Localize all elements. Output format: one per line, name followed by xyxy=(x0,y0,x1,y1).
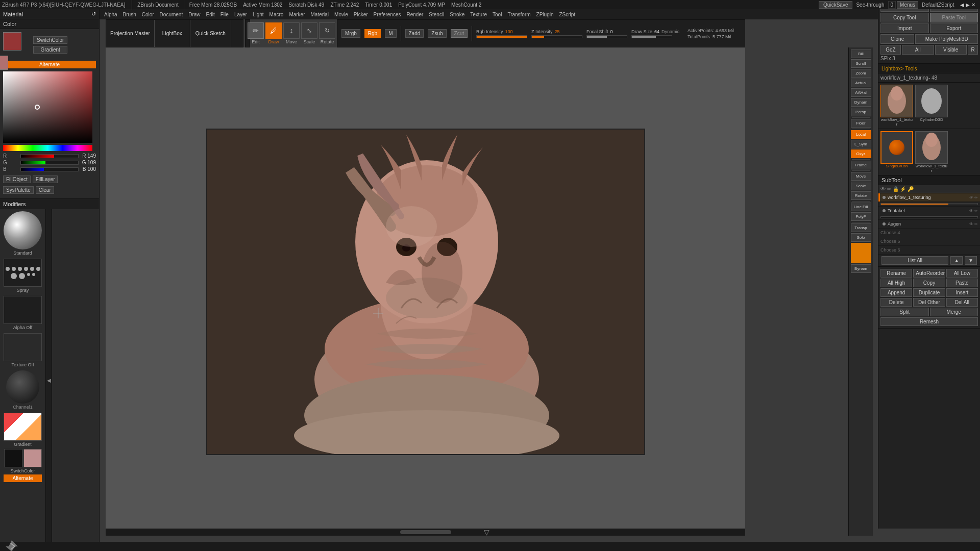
menu-picker[interactable]: Picker xyxy=(351,11,371,18)
menu-zplugin[interactable]: ZPlugin xyxy=(534,11,556,18)
menu-movie[interactable]: Movie xyxy=(332,11,351,18)
menu-zscript[interactable]: ZScript xyxy=(557,11,578,18)
aahal-btn[interactable]: AAHal xyxy=(851,88,871,97)
brush-preview[interactable] xyxy=(4,211,42,249)
quicksave-btn[interactable]: QuickSave xyxy=(819,1,852,9)
visible-btn[interactable]: Visible xyxy=(935,45,967,55)
b-slider[interactable] xyxy=(20,167,79,171)
switchcolor-btn[interactable]: SwitchColor xyxy=(33,36,67,44)
seethrough-val[interactable]: 0 xyxy=(888,1,896,9)
autoreorder-btn[interactable]: AutoReorder xyxy=(913,269,945,278)
subtool-item-3[interactable]: Augen 👁 ✏ xyxy=(878,220,980,229)
brush-sphere[interactable] xyxy=(6,370,39,404)
menus-btn[interactable]: Menus xyxy=(897,1,918,9)
menu-document[interactable]: ZBrush Document xyxy=(135,2,181,8)
subtool-item-6[interactable]: Choose 6 xyxy=(878,246,980,255)
scale-rn-btn[interactable]: Scale xyxy=(851,182,871,190)
menu-alpha[interactable]: Alpha xyxy=(102,11,120,18)
zoom-btn[interactable]: Zoom xyxy=(851,69,871,78)
paste-btn[interactable]: Paste xyxy=(946,279,978,287)
fill-object-btn[interactable]: FillObject xyxy=(3,176,31,183)
gradient-btn[interactable]: Gradient xyxy=(33,46,67,54)
lsym-btn[interactable]: L_Sym xyxy=(851,140,871,148)
thumb-img-1[interactable] xyxy=(880,85,913,117)
menu-texture[interactable]: Texture xyxy=(468,11,489,18)
del-all-btn[interactable]: Del All xyxy=(946,298,978,307)
sw-pink[interactable] xyxy=(23,449,42,467)
menu-brush[interactable]: Brush xyxy=(120,11,139,18)
scroll-btn[interactable]: Scroll xyxy=(851,59,871,68)
menu-color[interactable]: Color xyxy=(139,11,157,18)
arrow-up-btn[interactable]: ▲ xyxy=(950,256,963,265)
thumb-img-4[interactable] xyxy=(915,131,948,164)
alternate-btn2[interactable]: Alternate xyxy=(4,474,42,482)
menu-macro[interactable]: Macro xyxy=(267,11,286,18)
all-low-btn[interactable]: All Low xyxy=(946,269,978,278)
fill-layer-btn[interactable]: FillLayer xyxy=(33,176,58,183)
color-swatch-rn[interactable] xyxy=(851,243,871,263)
thumb-4[interactable]: workflow_1_textur xyxy=(915,131,948,173)
draw-btn[interactable]: 🖊 Draw xyxy=(265,22,282,44)
dynam-btn[interactable]: Dynam xyxy=(851,98,871,107)
actual-btn[interactable]: Actual xyxy=(851,79,871,87)
list-all-btn[interactable]: List All xyxy=(881,256,948,265)
scale-btn[interactable]: ⤡ Scale xyxy=(301,22,317,44)
subtool-item-4[interactable]: Choose 4 xyxy=(878,229,980,237)
floor-btn[interactable]: Floor xyxy=(851,119,871,128)
del-other-btn[interactable]: Del Other xyxy=(913,298,945,307)
menu-material[interactable]: Material xyxy=(308,11,332,18)
menu-light[interactable]: Light xyxy=(250,11,266,18)
menu-edit[interactable]: Edit xyxy=(204,11,217,18)
bill-btn[interactable]: Bill xyxy=(851,49,871,58)
subtool-item-5[interactable]: Choose 5 xyxy=(878,237,980,246)
frame-btn[interactable]: Frame xyxy=(851,161,871,169)
goz-btn[interactable]: GoZ xyxy=(880,45,901,55)
brush-texture[interactable] xyxy=(4,333,42,361)
zsub-btn[interactable]: Zsub xyxy=(428,29,446,38)
delete-btn[interactable]: Delete xyxy=(880,298,912,307)
insert-btn[interactable]: Insert xyxy=(946,288,978,297)
copy-tool-btn[interactable]: Copy Tool xyxy=(880,13,929,22)
make-polymesh-btn[interactable]: Make PolyMesh3D xyxy=(915,34,978,44)
split-btn[interactable]: Split xyxy=(880,308,929,316)
brush-dots[interactable] xyxy=(4,259,42,287)
all-btn[interactable]: All xyxy=(902,45,934,55)
thumb-1[interactable]: workflow_1_textur xyxy=(880,85,913,127)
subtool-item-2[interactable]: Tentakel 👁 ✏ xyxy=(878,207,980,215)
edit-btn[interactable]: ✏ Edit xyxy=(248,22,264,44)
gradient-rect[interactable] xyxy=(4,413,42,441)
all-high-btn[interactable]: All High xyxy=(880,279,912,287)
collapse-arrow[interactable]: ◀ xyxy=(46,209,52,551)
foreground-swatch[interactable] xyxy=(3,32,21,51)
copy-btn[interactable]: Copy xyxy=(913,279,945,287)
lightbox-btn[interactable]: LightBox xyxy=(155,20,190,47)
menu-draw[interactable]: Draw xyxy=(186,11,203,18)
projection-master-btn[interactable]: Projection Master xyxy=(106,20,155,47)
r-slider[interactable] xyxy=(20,154,79,158)
rgb-intensity-slider[interactable] xyxy=(476,35,527,38)
focal-slider[interactable] xyxy=(586,35,627,38)
g-slider[interactable] xyxy=(20,161,79,165)
sys-palette-btn[interactable]: SysPalette xyxy=(3,186,34,194)
clone-btn[interactable]: Clone xyxy=(880,34,914,44)
move-rn-btn[interactable]: Move xyxy=(851,172,871,181)
rotate-btn[interactable]: ↻ Rotate xyxy=(319,22,335,44)
thumb-3[interactable]: SingleBrush xyxy=(880,131,913,173)
import-btn[interactable]: Import xyxy=(880,23,929,33)
menu-stencil[interactable]: Stencil xyxy=(426,11,447,18)
z-intensity-slider[interactable] xyxy=(531,35,582,38)
transp-btn[interactable]: Transp xyxy=(851,223,871,232)
solo-btn[interactable]: Solo xyxy=(851,233,871,242)
color-picker-marker[interactable] xyxy=(35,105,40,110)
menu-document[interactable]: Document xyxy=(157,11,186,18)
eye-icons[interactable]: 👁 ✏ 🔒 ⚡ 🔑 xyxy=(880,186,914,192)
r-btn[interactable]: R xyxy=(968,45,978,55)
paste-tool-btn[interactable]: Paste Tool xyxy=(930,13,978,22)
export-btn[interactable]: Export xyxy=(930,23,978,33)
zcut-btn[interactable]: Zcut xyxy=(451,29,468,38)
gxyz-btn[interactable]: Gxyz xyxy=(851,149,871,158)
polyf-btn[interactable]: PolyF xyxy=(851,212,871,221)
default-script[interactable]: DefaultZScript xyxy=(919,2,957,8)
menu-file[interactable]: File xyxy=(218,11,231,18)
m-btn[interactable]: M xyxy=(385,29,396,38)
